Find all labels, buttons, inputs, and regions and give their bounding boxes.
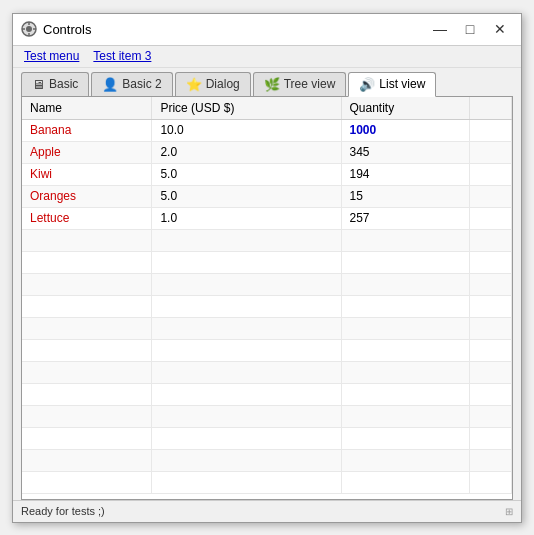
tab-treeview-label: Tree view xyxy=(284,77,336,91)
tab-treeview[interactable]: 🌿 Tree view xyxy=(253,72,347,96)
basic2-icon: 👤 xyxy=(102,77,118,92)
cell-name: Lettuce xyxy=(22,207,152,229)
table-row[interactable]: Lettuce1.0257 xyxy=(22,207,512,229)
cell-extra xyxy=(469,119,511,141)
tab-listview[interactable]: 🔊 List view xyxy=(348,72,436,97)
window-title: Controls xyxy=(43,22,427,37)
table-row[interactable]: Kiwi5.0194 xyxy=(22,163,512,185)
tab-dialog[interactable]: ⭐ Dialog xyxy=(175,72,251,96)
cell-price: 10.0 xyxy=(152,119,341,141)
resize-handle: ⊞ xyxy=(505,506,513,517)
main-window: Controls — □ ✕ Test menu Test item 3 🖥 B… xyxy=(12,13,522,523)
cell-price: 2.0 xyxy=(152,141,341,163)
data-table: Name Price (USD $) Quantity Banana10.010… xyxy=(22,97,512,494)
tab-basic2-label: Basic 2 xyxy=(122,77,161,91)
table-row-empty xyxy=(22,405,512,427)
cell-extra xyxy=(469,141,511,163)
tab-basic-label: Basic xyxy=(49,77,78,91)
cell-quantity: 1000 xyxy=(341,119,469,141)
table-row-empty xyxy=(22,251,512,273)
treeview-icon: 🌿 xyxy=(264,77,280,92)
menu-item-test-menu[interactable]: Test menu xyxy=(21,48,82,64)
window-icon xyxy=(21,21,37,37)
title-buttons: — □ ✕ xyxy=(427,18,513,40)
table-row-empty xyxy=(22,339,512,361)
minimize-button[interactable]: — xyxy=(427,18,453,40)
col-header-quantity[interactable]: Quantity xyxy=(341,97,469,120)
cell-quantity: 345 xyxy=(341,141,469,163)
table-row-empty xyxy=(22,449,512,471)
listview-icon: 🔊 xyxy=(359,77,375,92)
table-container[interactable]: Name Price (USD $) Quantity Banana10.010… xyxy=(22,97,512,499)
col-header-name[interactable]: Name xyxy=(22,97,152,120)
table-row-empty xyxy=(22,383,512,405)
cell-price: 1.0 xyxy=(152,207,341,229)
cell-quantity: 257 xyxy=(341,207,469,229)
table-row[interactable]: Banana10.01000 xyxy=(22,119,512,141)
table-row-empty xyxy=(22,295,512,317)
table-header-row: Name Price (USD $) Quantity xyxy=(22,97,512,120)
tab-basic2[interactable]: 👤 Basic 2 xyxy=(91,72,172,96)
table-row[interactable]: Apple2.0345 xyxy=(22,141,512,163)
table-row-empty xyxy=(22,317,512,339)
tab-listview-label: List view xyxy=(379,77,425,91)
dialog-icon: ⭐ xyxy=(186,77,202,92)
maximize-button[interactable]: □ xyxy=(457,18,483,40)
cell-price: 5.0 xyxy=(152,163,341,185)
table-row-empty xyxy=(22,427,512,449)
cell-price: 5.0 xyxy=(152,185,341,207)
cell-name: Apple xyxy=(22,141,152,163)
svg-point-1 xyxy=(26,26,32,32)
table-row[interactable]: Oranges5.015 xyxy=(22,185,512,207)
table-row-empty xyxy=(22,229,512,251)
menu-bar: Test menu Test item 3 xyxy=(13,46,521,68)
status-text: Ready for tests ;) xyxy=(21,505,105,517)
table-row-empty xyxy=(22,361,512,383)
status-bar: Ready for tests ;) ⊞ xyxy=(13,500,521,522)
content-area: Name Price (USD $) Quantity Banana10.010… xyxy=(21,96,513,500)
cell-name: Oranges xyxy=(22,185,152,207)
col-header-extra xyxy=(469,97,511,120)
col-header-price[interactable]: Price (USD $) xyxy=(152,97,341,120)
cell-name: Banana xyxy=(22,119,152,141)
tab-dialog-label: Dialog xyxy=(206,77,240,91)
cell-extra xyxy=(469,163,511,185)
cell-extra xyxy=(469,185,511,207)
cell-quantity: 194 xyxy=(341,163,469,185)
title-bar: Controls — □ ✕ xyxy=(13,14,521,46)
close-button[interactable]: ✕ xyxy=(487,18,513,40)
tabs-bar: 🖥 Basic 👤 Basic 2 ⭐ Dialog 🌿 Tree view 🔊… xyxy=(13,68,521,96)
basic-icon: 🖥 xyxy=(32,77,45,92)
cell-quantity: 15 xyxy=(341,185,469,207)
tab-basic[interactable]: 🖥 Basic xyxy=(21,72,89,96)
cell-extra xyxy=(469,207,511,229)
table-row-empty xyxy=(22,273,512,295)
cell-name: Kiwi xyxy=(22,163,152,185)
table-row-empty xyxy=(22,471,512,493)
menu-item-test-item-3[interactable]: Test item 3 xyxy=(90,48,154,64)
